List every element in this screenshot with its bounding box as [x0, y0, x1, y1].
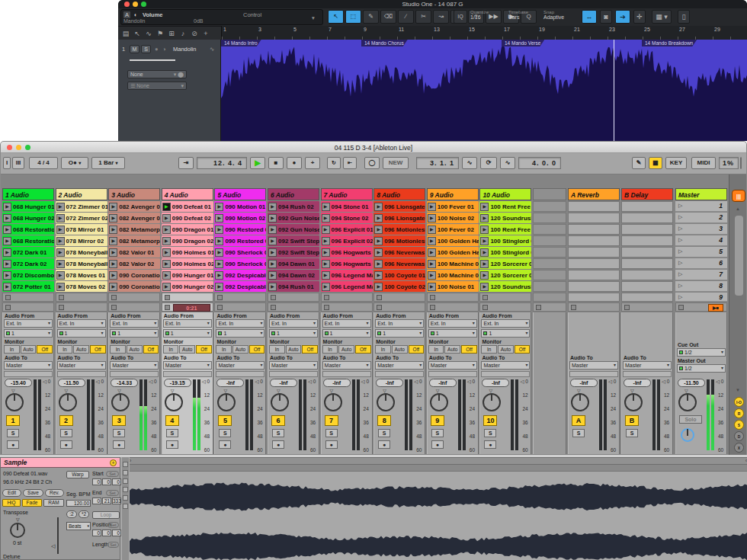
record-button[interactable]: ● [287, 157, 302, 169]
quantize-group[interactable]: Quantize 1/16 [470, 10, 505, 24]
input-channel-select[interactable]: 1▾ [57, 329, 106, 338]
clip-slot[interactable]: ▶068 Hunger 02 [2, 213, 54, 223]
monitor-off-button[interactable]: Off [302, 345, 318, 354]
clip-slot[interactable]: ▶100 Coyote 02 [374, 281, 425, 292]
scene-slot[interactable]: ▷5 [675, 247, 727, 258]
quantize-value[interactable]: 1/16 [470, 14, 505, 20]
track-status-slot[interactable]: 0:21 [162, 302, 213, 312]
clip-play-icon[interactable]: ▶ [268, 214, 277, 222]
flag-icon[interactable]: ⚑ [155, 27, 165, 40]
track-activator-button[interactable]: A [572, 415, 585, 426]
clip-slot[interactable]: ▶078 Moves 01 [56, 270, 107, 280]
cursor-icon[interactable]: ↖ [132, 27, 143, 40]
clip-play-icon[interactable]: ▶ [322, 226, 330, 234]
clip-slot[interactable]: ▶092 Swift Step 0 [268, 235, 319, 246]
input-type-select[interactable]: Ext. In▾ [269, 319, 318, 328]
arm-button[interactable]: ● [272, 440, 284, 449]
clip-play-icon[interactable]: ▶ [322, 248, 330, 257]
solo-button[interactable]: S [7, 429, 19, 437]
clip-slot[interactable]: ▶120 Sorcerer 02 [479, 270, 531, 280]
clock-icon[interactable]: ⊘ [189, 27, 200, 40]
input-quantize-button[interactable]: IQ [454, 10, 467, 24]
pan-knob[interactable] [678, 393, 697, 411]
scene-slot[interactable]: ▷4 [675, 235, 727, 246]
monitor-in-button[interactable]: In [375, 345, 391, 354]
clip-play-icon[interactable]: ▶ [56, 214, 65, 222]
clip-stop-icon[interactable] [217, 295, 223, 300]
new-button[interactable]: NEW [383, 157, 409, 169]
clip-slot[interactable]: ▶092 Despicable [214, 281, 266, 292]
monitor-off-button[interactable]: Off [249, 345, 265, 354]
pan-knob[interactable] [430, 393, 448, 411]
monitor-auto-button[interactable]: Auto [286, 345, 302, 354]
warp-button[interactable]: Warp [66, 471, 89, 478]
clip-play-icon[interactable]: ▶ [162, 203, 171, 211]
reenable-automation-button[interactable]: ↻ [327, 157, 341, 169]
monitor-auto-button[interactable]: Auto [179, 345, 195, 354]
position-set-button[interactable]: Set [107, 522, 119, 528]
clip-slot[interactable]: ▶090 Motion 01 [214, 201, 266, 212]
empty-clip-slot[interactable] [162, 293, 213, 302]
track-status-slot[interactable] [2, 302, 54, 312]
seg-bpm-value[interactable]: 120.00 [66, 500, 91, 507]
clip-slot[interactable]: ▶094 Rush 01 [268, 281, 319, 292]
arm-button[interactable]: ● [113, 440, 125, 449]
monitor-in-button[interactable]: In [110, 345, 126, 354]
input-channel-select[interactable]: 1▾ [110, 329, 159, 338]
clip-slot[interactable]: ▶092 Despicable [214, 270, 266, 280]
bpm-double-button[interactable]: *2 [79, 510, 89, 518]
envelope-box-icon[interactable] [123, 470, 128, 475]
clip-stop-icon[interactable] [111, 295, 117, 300]
track-header[interactable]: 10 Audio [479, 188, 531, 200]
volume-readout[interactable]: -Inf [482, 379, 509, 387]
solo-button[interactable]: S [431, 429, 444, 437]
clip-play-icon[interactable]: ▶ [268, 248, 277, 257]
clip-slot[interactable]: ▶096 Motionless [374, 224, 425, 235]
clip-slot[interactable]: ▶096 Legend Man [321, 270, 373, 280]
scroll-up-icon[interactable]: ▲ [736, 206, 740, 211]
monitor-auto-button[interactable]: Auto [338, 345, 354, 354]
track-status-slot[interactable] [56, 302, 107, 312]
clip-slot[interactable]: ▶094 Stone 02 [321, 213, 373, 223]
clip-slot[interactable]: ▶096 Hogwarts 02 [321, 258, 373, 269]
clip-play-icon[interactable]: ▶ [374, 203, 383, 211]
track-status-slot[interactable] [108, 302, 160, 312]
scene-slot[interactable]: ▷3 [675, 224, 727, 235]
scene-slot[interactable]: ▷6 [675, 258, 727, 269]
input-type-select[interactable]: Ext. In▾ [375, 319, 424, 328]
clip-slot[interactable]: ▶072 Discombobu [2, 270, 54, 280]
empty-clip-slot[interactable] [321, 293, 373, 302]
clip-play-icon[interactable]: ▶ [3, 237, 11, 245]
clip-slot[interactable]: ▶072 Zimmer 01 [56, 201, 107, 212]
overview-button[interactable]: ||| [732, 190, 745, 202]
input-type-select[interactable]: Ext. In▾ [110, 319, 159, 328]
grid-mode-button[interactable]: ▦ [649, 157, 662, 169]
track-activator-button[interactable]: 1 [6, 415, 20, 426]
show-io[interactable]: I-O [734, 397, 744, 407]
monitor-icon[interactable]: ◑ [162, 46, 166, 53]
clip-view-title[interactable]: Sample [1, 458, 120, 468]
autoscroll-button[interactable]: ↔ [582, 10, 597, 24]
volume-readout[interactable]: -Inf [624, 379, 651, 387]
quantization-menu[interactable]: 1 Bar ▾ [91, 157, 125, 169]
grid-icon[interactable]: ⊞ [166, 27, 177, 40]
input-channel-select[interactable]: 1▾ [481, 329, 530, 338]
curve-icon[interactable]: ∿ [143, 27, 154, 40]
studio-one-titlebar[interactable]: Studio One - 14 087 G [118, 0, 747, 8]
monitor-off-button[interactable]: Off [515, 345, 531, 354]
scene-play-icon[interactable]: ▷ [678, 237, 682, 243]
input-channel-select[interactable]: 1▾ [269, 329, 318, 338]
link-button[interactable]: I [3, 157, 11, 169]
show-delay[interactable]: D [734, 431, 744, 441]
envelope-box-icon[interactable] [123, 504, 128, 509]
clip-play-icon[interactable]: ▶ [215, 237, 223, 245]
monitor-auto-button[interactable]: Auto [127, 345, 143, 354]
solo-button[interactable]: S [219, 429, 231, 437]
warp-mode-select[interactable]: Beats ▾ [66, 522, 91, 530]
clip-play-icon[interactable]: ▶ [480, 226, 489, 234]
master-out-select[interactable]: 1/2▾ [677, 364, 726, 373]
stop-button[interactable]: ■ [268, 157, 284, 169]
snap-value[interactable]: Adaptive [543, 14, 579, 20]
clip-stop-icon[interactable] [324, 295, 329, 300]
track-status-slot[interactable] [374, 302, 425, 312]
